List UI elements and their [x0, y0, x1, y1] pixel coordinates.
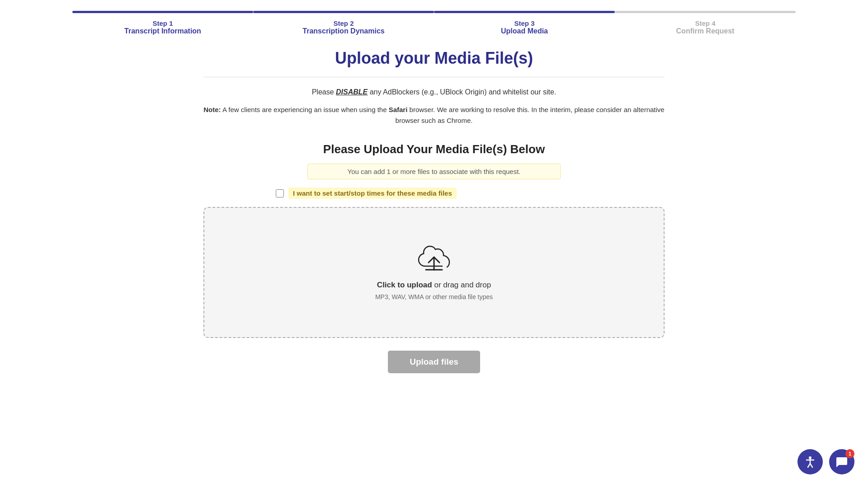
main-content: Upload your Media File(s) Please DISABLE… — [185, 35, 683, 387]
step-4: Step 4 Confirm Request — [615, 11, 796, 35]
or-drag-drop-text: or drag and drop — [432, 281, 491, 289]
step-4-number: Step 4 — [695, 19, 715, 27]
step-1: Step 1 Transcript Information — [72, 11, 253, 35]
safari-word: Safari — [389, 106, 408, 113]
click-to-upload-text: Click to upload — [377, 281, 432, 289]
chat-icon — [835, 455, 848, 468]
disable-word: DISABLE — [336, 88, 368, 96]
note-notice: Note: A few clients are experiencing an … — [203, 104, 665, 126]
disable-notice: Please DISABLE any AdBlockers (e.g., UBl… — [203, 88, 665, 96]
step-3-number: Step 3 — [514, 19, 534, 27]
cloud-upload-icon — [418, 244, 450, 273]
dropzone-text: Click to upload or drag and drop — [377, 281, 491, 290]
step-2-title: Transcription Dynamics — [302, 27, 384, 35]
divider — [203, 77, 665, 77]
step-2: Step 2 Transcription Dynamics — [253, 11, 434, 35]
start-stop-checkbox[interactable] — [276, 189, 284, 197]
step-4-line — [615, 11, 796, 13]
svg-line-7 — [810, 464, 812, 467]
info-banner: You can add 1 or more files to associate… — [307, 164, 561, 179]
upload-files-button[interactable]: Upload files — [388, 351, 480, 373]
start-stop-label[interactable]: I want to set start/stop times for these… — [288, 188, 457, 199]
step-1-title: Transcript Information — [124, 27, 201, 35]
step-2-number: Step 2 — [333, 19, 354, 27]
step-3-title: Upload Media — [501, 27, 548, 35]
stepper: Step 1 Transcript Information Step 2 Tra… — [0, 0, 868, 35]
page-title: Upload your Media File(s) — [203, 49, 665, 68]
chat-button[interactable]: 1 — [829, 449, 854, 474]
svg-line-6 — [808, 464, 810, 467]
upload-section-title: Please Upload Your Media File(s) Below — [203, 142, 665, 156]
accessibility-icon — [803, 455, 817, 469]
step-3: Step 3 Upload Media — [434, 11, 615, 35]
file-types-text: MP3, WAV, WMA or other media file types — [375, 293, 493, 300]
step-1-line — [72, 11, 253, 13]
step-3-line — [434, 11, 615, 13]
checkbox-row: I want to set start/stop times for these… — [203, 188, 665, 199]
step-2-line — [253, 11, 434, 13]
accessibility-button[interactable] — [797, 449, 823, 474]
step-4-title: Confirm Request — [676, 27, 735, 35]
step-1-number: Step 1 — [152, 19, 173, 27]
chat-badge: 1 — [845, 449, 854, 458]
dropzone[interactable]: Click to upload or drag and drop MP3, WA… — [203, 207, 665, 338]
note-label: Note: — [203, 106, 221, 113]
bottom-right-buttons: 1 — [797, 449, 854, 474]
